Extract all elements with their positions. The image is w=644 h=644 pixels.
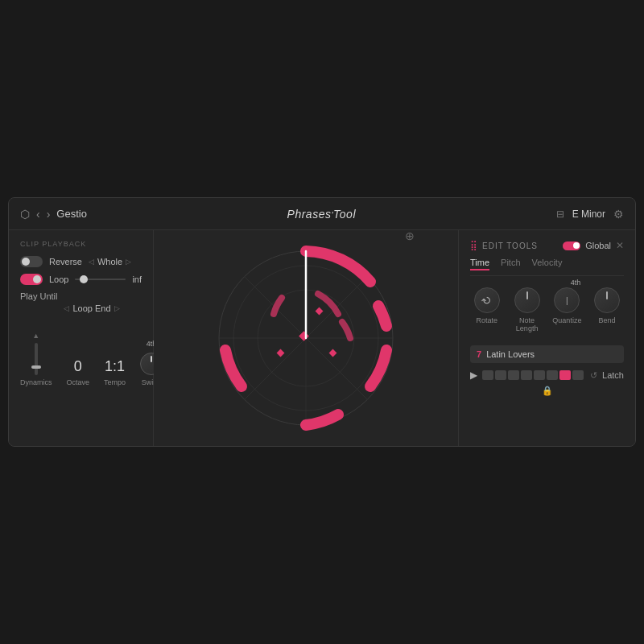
playback-row: ▶ ↺ Latch: [470, 369, 624, 381]
tool-quantize[interactable]: 4th | Quantize: [551, 287, 584, 332]
quantize-label: Quantize: [552, 316, 581, 324]
loop-end-value: Loop End: [72, 303, 110, 313]
edit-tools-tabs: Time Pitch Velocity: [470, 258, 624, 276]
play-until-label: Play Until: [20, 291, 57, 301]
phrase-wheel[interactable]: [213, 246, 398, 431]
reverse-toggle[interactable]: [20, 256, 43, 267]
dynamics-fader-track[interactable]: [35, 343, 38, 375]
loop-end-control: ◁ Loop End ▷: [64, 303, 119, 313]
tool-bend[interactable]: Bend: [590, 287, 624, 332]
phrase-number: 7: [477, 349, 481, 359]
svg-rect-9: [329, 349, 337, 357]
save-icon[interactable]: ⊟: [556, 208, 564, 220]
left-panel: CLIP PLAYBACK Reverse ◁ Whole ▷ Loop inf: [9, 230, 154, 446]
close-button[interactable]: ✕: [616, 240, 624, 251]
octave-value: 0: [74, 358, 82, 375]
whole-value: Whole: [97, 257, 122, 266]
play-until-row: Play Until ◁ Loop End ▷: [20, 291, 142, 325]
tempo-control: 1:1 Tempo: [104, 358, 126, 386]
edit-tools-label: ⣿ EDIT TOOLS: [470, 240, 538, 251]
dynamics-control: ▲ Dynamics: [20, 332, 52, 386]
circle-container: ⊕: [213, 246, 398, 431]
seq-block-2[interactable]: [495, 370, 506, 380]
plugin-title: Phrases'Tool: [287, 208, 356, 221]
note-length-label: Note Length: [510, 316, 544, 332]
loop-toggle[interactable]: [20, 274, 43, 285]
tempo-value: 1:1: [105, 358, 125, 375]
nav-forward-button[interactable]: ›: [47, 208, 51, 221]
loop-label: Loop: [49, 275, 68, 284]
seq-block-1[interactable]: [482, 370, 493, 380]
rotate-label: Rotate: [477, 316, 498, 324]
app-icon: ⬡: [20, 208, 30, 221]
center-panel: ⊕: [154, 230, 458, 446]
play-button[interactable]: ▶: [470, 369, 477, 381]
seq-block-6[interactable]: [547, 370, 558, 380]
right-panel: ⣿ EDIT TOOLS Global ✕ Time Pitch Velocit…: [458, 230, 635, 446]
loop-end-arrow-left[interactable]: ◁: [64, 304, 69, 312]
key-display: E Minor: [572, 208, 605, 220]
circle-settings-icon[interactable]: ⊕: [405, 230, 415, 242]
reverse-label: Reverse: [49, 257, 82, 266]
svg-rect-10: [277, 349, 285, 357]
tools-grid: ↻ Rotate Note Length 4th | Quantize: [470, 287, 624, 332]
app-name-label: Gestio: [56, 208, 87, 220]
rotate-knob[interactable]: ↻: [474, 287, 500, 313]
title-bar: ⬡ ‹ › Gestio Phrases'Tool ⊟ E Minor ⚙: [9, 198, 635, 230]
latch-label: Latch: [602, 370, 624, 380]
lock-icon[interactable]: 🔒: [542, 386, 553, 396]
title-center: Phrases'Tool: [87, 207, 556, 221]
loop-slider-value: inf: [132, 275, 142, 284]
dynamics-fader: [35, 343, 38, 375]
whole-arrow-left[interactable]: ◁: [89, 258, 94, 266]
tab-pitch[interactable]: Pitch: [501, 258, 520, 270]
seq-block-7[interactable]: [559, 370, 571, 380]
dynamics-fader-thumb[interactable]: [31, 365, 41, 369]
edit-tools-text: EDIT TOOLS: [482, 242, 538, 250]
tab-velocity[interactable]: Velocity: [532, 258, 563, 270]
octave-label: Octave: [67, 378, 90, 386]
note-length-knob[interactable]: [514, 287, 540, 313]
settings-icon[interactable]: ⚙: [613, 208, 624, 221]
phrase-selector[interactable]: 7 Latin Lovers: [470, 345, 624, 363]
svg-rect-8: [316, 308, 324, 316]
title-bar-right: ⊟ E Minor ⚙: [556, 208, 624, 221]
loop-end-arrow-right[interactable]: ▷: [114, 304, 120, 312]
tempo-label: Tempo: [104, 378, 126, 386]
bottom-controls: ▲ Dynamics 0 Octave 1:1 Tempo: [20, 332, 142, 386]
plugin-title-end: Tool: [333, 208, 356, 221]
tab-time[interactable]: Time: [470, 258, 489, 270]
clip-playback-label: CLIP PLAYBACK: [20, 240, 142, 248]
tool-rotate[interactable]: ↻ Rotate: [470, 287, 504, 332]
dynamics-label: Dynamics: [20, 378, 52, 386]
reverse-row: Reverse ◁ Whole ▷: [20, 256, 142, 267]
seq-block-8[interactable]: [572, 370, 584, 380]
quantize-knob[interactable]: 4th |: [554, 287, 580, 313]
octave-control: 0 Octave: [67, 358, 90, 386]
seq-block-3[interactable]: [508, 370, 519, 380]
global-row: Global ✕: [563, 240, 624, 251]
edit-tools-icon: ⣿: [470, 240, 478, 251]
seq-block-4[interactable]: [521, 370, 532, 380]
loop-row: Loop inf: [20, 274, 142, 285]
dynamics-up-arrow: ▲: [32, 332, 39, 340]
global-toggle[interactable]: [563, 242, 580, 250]
global-label: Global: [585, 241, 611, 250]
lock-icon-row: 🔒: [470, 386, 624, 396]
edit-tools-header: ⣿ EDIT TOOLS Global ✕: [470, 240, 624, 251]
tool-note-length[interactable]: Note Length: [510, 287, 544, 332]
whole-control: ◁ Whole ▷: [89, 257, 131, 266]
whole-arrow-right[interactable]: ▷: [126, 258, 131, 266]
loop-icon[interactable]: ↺: [590, 370, 597, 381]
main-content: CLIP PLAYBACK Reverse ◁ Whole ▷ Loop inf: [9, 230, 635, 446]
loop-slider[interactable]: [75, 279, 126, 280]
plugin-title-main: Phrases: [287, 208, 332, 221]
phrase-name: Latin Lovers: [486, 349, 617, 359]
bend-label: Bend: [599, 316, 616, 324]
title-bar-left: ⬡ ‹ › Gestio: [20, 208, 87, 221]
nav-back-button[interactable]: ‹: [36, 208, 40, 221]
sequencer-blocks: [482, 370, 585, 380]
loop-slider-thumb[interactable]: [80, 275, 88, 283]
seq-block-5[interactable]: [534, 370, 545, 380]
bend-knob[interactable]: [594, 287, 620, 313]
